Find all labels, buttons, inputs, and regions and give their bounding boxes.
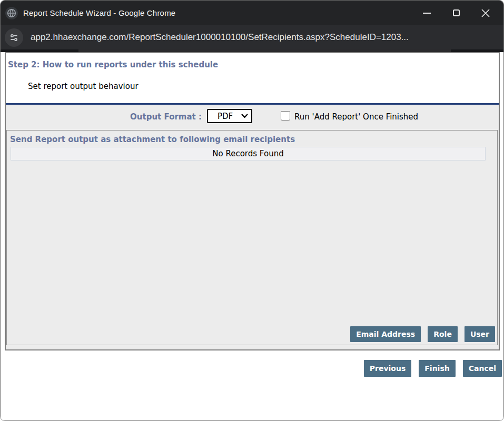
maximize-button[interactable] xyxy=(441,1,471,25)
close-icon xyxy=(481,9,490,17)
wizard-nav-buttons: Previous Finish Cancel xyxy=(364,360,502,377)
browser-popup-window: Report Schedule Wizard - Google Chrome xyxy=(0,0,504,421)
no-records-row: No Records Found xyxy=(11,147,486,161)
email-address-button[interactable]: Email Address xyxy=(350,326,421,342)
step-header-section: Step 2: How to run reports under this sc… xyxy=(6,53,499,103)
output-format-label: Output Format : xyxy=(6,112,202,122)
cancel-button[interactable]: Cancel xyxy=(463,360,502,377)
close-button[interactable] xyxy=(471,1,500,25)
role-button[interactable]: Role xyxy=(428,326,458,342)
tune-icon xyxy=(9,33,19,43)
recipients-heading: Send Report output as attachment to foll… xyxy=(10,135,295,144)
address-bar-url[interactable]: app2.hhaexchange.com/ReportScheduler1000… xyxy=(31,32,409,43)
add-recipient-buttons: Email Address Role User xyxy=(350,326,495,342)
url-toolbar: app2.hhaexchange.com/ReportScheduler1000… xyxy=(1,25,504,49)
run-add-report-label[interactable]: Run 'Add Report' Once Finished xyxy=(294,112,418,122)
maximize-icon xyxy=(453,9,460,16)
globe-favicon-icon xyxy=(5,7,18,19)
output-format-row: Output Format : PDF Run 'Add Report' Onc… xyxy=(6,105,499,129)
user-button[interactable]: User xyxy=(465,326,495,342)
site-settings-button[interactable] xyxy=(5,28,23,47)
wizard-page: Step 2: How to run reports under this sc… xyxy=(1,52,504,421)
step-heading: Step 2: How to run reports under this sc… xyxy=(8,60,218,69)
window-title: Report Schedule Wizard - Google Chrome xyxy=(23,8,175,17)
minimize-icon xyxy=(423,13,431,14)
run-add-report-checkbox[interactable] xyxy=(281,111,290,121)
minimize-button[interactable] xyxy=(412,1,441,25)
wizard-step-box: Step 2: How to run reports under this sc… xyxy=(5,52,500,350)
email-recipients-panel: Send Report output as attachment to foll… xyxy=(6,130,498,345)
chevron-down-icon xyxy=(241,114,248,118)
output-format-value: PDF xyxy=(208,112,241,121)
finish-button[interactable]: Finish xyxy=(419,360,455,377)
window-titlebar: Report Schedule Wizard - Google Chrome xyxy=(1,1,504,25)
window-controls xyxy=(412,1,500,25)
step-subtitle: Set report output behaviour xyxy=(28,82,139,91)
previous-button[interactable]: Previous xyxy=(364,360,412,377)
output-format-select[interactable]: PDF xyxy=(207,109,252,123)
